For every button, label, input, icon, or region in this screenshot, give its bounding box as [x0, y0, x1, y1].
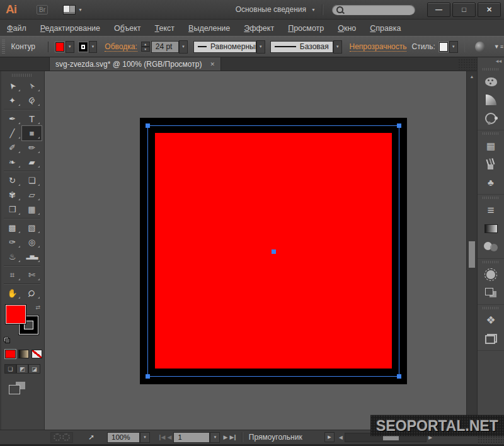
- panel-grip[interactable]: [483, 68, 499, 71]
- width-tool[interactable]: ✾: [3, 188, 22, 202]
- color-button[interactable]: [5, 350, 16, 358]
- free-transform-tool[interactable]: ▱: [22, 188, 42, 202]
- artboard-number-field[interactable]: 1: [173, 432, 210, 443]
- symbol-sprayer-tool[interactable]: ♨: [3, 249, 22, 264]
- eyedropper-tool[interactable]: ✑: [3, 235, 22, 249]
- draw-inside-button[interactable]: ◪: [28, 364, 40, 374]
- appearance-panel-button[interactable]: [478, 265, 504, 283]
- none-button[interactable]: [32, 350, 42, 358]
- selection-center-point[interactable]: [272, 249, 276, 254]
- color-panel-button[interactable]: [478, 72, 504, 91]
- first-artboard-button[interactable]: ❙◀: [158, 434, 164, 440]
- menu-type[interactable]: Текст: [148, 24, 181, 33]
- last-artboard-button[interactable]: ▶❙: [229, 434, 236, 440]
- stroke-weight-stepper[interactable]: ▲ ▼: [141, 42, 150, 52]
- direct-selection-tool[interactable]: ➢: [22, 79, 42, 93]
- opacity-link[interactable]: Непрозрачность: [350, 42, 407, 52]
- color-guide-panel-button[interactable]: [478, 91, 504, 109]
- artboard-number-dropdown[interactable]: ▼: [210, 432, 220, 443]
- panel-grip[interactable]: [483, 261, 499, 263]
- share-icon[interactable]: ➚: [88, 433, 94, 442]
- previous-artboard-button[interactable]: ◀: [168, 434, 171, 440]
- close-button[interactable]: ✕: [478, 3, 501, 17]
- brush-definition-select[interactable]: Базовая: [270, 41, 333, 53]
- hand-tool[interactable]: ✋: [3, 286, 22, 300]
- tab-close-icon[interactable]: ✕: [210, 61, 215, 67]
- menu-file[interactable]: Файл: [0, 24, 33, 33]
- gradient-panel-button[interactable]: [478, 219, 504, 237]
- draw-behind-button[interactable]: ◩: [16, 364, 28, 374]
- recolor-artwork-panel-button[interactable]: [478, 109, 504, 127]
- scroll-up-icon[interactable]: ▲: [467, 74, 477, 79]
- swap-fill-stroke-icon[interactable]: ⇄: [35, 304, 40, 311]
- aperture-icon[interactable]: [475, 42, 484, 52]
- vertical-scrollbar[interactable]: ▲ ▼: [466, 71, 477, 430]
- selection-handle-top-right[interactable]: [397, 123, 401, 128]
- stroke-weight-field[interactable]: 24 pt: [151, 41, 179, 53]
- rectangle-tool[interactable]: ■: [22, 126, 42, 140]
- paintbrush-tool[interactable]: ✐: [3, 140, 22, 155]
- transparency-panel-button[interactable]: [478, 237, 504, 256]
- fill-color-swatch[interactable]: [55, 42, 64, 52]
- panel-grip[interactable]: [483, 307, 499, 309]
- menu-effect[interactable]: Эффект: [237, 24, 281, 33]
- fill-indicator-swatch[interactable]: [5, 304, 26, 324]
- workspace-switcher[interactable]: Основные сведения ▼: [236, 5, 316, 14]
- gradient-tool[interactable]: ▧: [22, 220, 42, 235]
- selection-tool[interactable]: ➤: [3, 79, 22, 93]
- panel-menu-icon[interactable]: ▼≡: [494, 43, 504, 50]
- draw-normal-button[interactable]: ❏: [4, 364, 16, 374]
- panel-grip[interactable]: [12, 74, 32, 77]
- lasso-tool[interactable]: Ҩ: [22, 93, 42, 108]
- canvas[interactable]: [45, 71, 466, 430]
- layers-panel-button[interactable]: ❖: [478, 311, 504, 329]
- magic-wand-tool[interactable]: ✦: [3, 93, 22, 108]
- brush-definition-dropdown[interactable]: ▼: [333, 40, 342, 54]
- mesh-tool[interactable]: ▩: [3, 220, 22, 235]
- selection-handle-bottom-right[interactable]: [397, 374, 401, 379]
- blob-brush-tool[interactable]: ❧: [3, 155, 22, 169]
- scroll-left-icon[interactable]: ◀: [337, 435, 345, 440]
- status-flyout-button[interactable]: ▶: [324, 432, 335, 442]
- symbols-panel-button[interactable]: ♣: [478, 173, 504, 192]
- eraser-tool[interactable]: ▰: [22, 155, 42, 169]
- perspective-grid-tool[interactable]: ▦: [22, 202, 42, 217]
- selection-handle-bottom-left[interactable]: [146, 374, 150, 379]
- pen-tool[interactable]: ✒: [3, 112, 22, 126]
- scale-tool[interactable]: ❏: [22, 173, 42, 188]
- column-graph-tool[interactable]: ▂▅▃: [22, 249, 42, 264]
- panel-grip[interactable]: [483, 197, 499, 199]
- zoom-dropdown[interactable]: ▼: [140, 432, 150, 443]
- screen-mode-button[interactable]: [9, 382, 25, 394]
- slice-tool[interactable]: ✄: [22, 268, 42, 282]
- stroke-weight-dropdown[interactable]: ▼: [179, 40, 188, 54]
- zoom-tool[interactable]: Ϙ: [22, 286, 42, 300]
- menu-help[interactable]: Справка: [363, 24, 408, 33]
- next-artboard-button[interactable]: ▶: [223, 434, 226, 440]
- pencil-tool[interactable]: ✏: [22, 140, 42, 155]
- selection-handle-top-left[interactable]: [146, 123, 150, 128]
- menu-window[interactable]: Окно: [331, 24, 363, 33]
- stroke-color-swatch[interactable]: [79, 42, 88, 52]
- menu-view[interactable]: Просмотр: [281, 24, 331, 33]
- search-input[interactable]: [332, 4, 415, 15]
- artboards-panel-button[interactable]: [478, 329, 504, 348]
- panel-grip[interactable]: [483, 132, 499, 135]
- minimize-button[interactable]: —: [427, 3, 450, 17]
- menu-object[interactable]: Объект: [107, 24, 148, 33]
- stroke-weight-link[interactable]: Обводка:: [105, 42, 137, 52]
- vertical-scroll-thumb[interactable]: [469, 241, 475, 268]
- width-profile-dropdown[interactable]: ▼: [256, 40, 265, 54]
- menu-edit[interactable]: Редактирование: [33, 24, 107, 33]
- panel-grip[interactable]: [2, 40, 5, 54]
- shape-builder-tool[interactable]: ❒: [3, 202, 22, 217]
- stroke-panel-button[interactable]: ≡: [478, 201, 504, 219]
- gradient-button[interactable]: [18, 350, 29, 358]
- type-tool[interactable]: T: [22, 112, 42, 126]
- menu-select[interactable]: Выделение: [181, 24, 237, 33]
- rotate-tool[interactable]: ↻: [3, 173, 22, 188]
- style-dropdown[interactable]: ▼: [449, 41, 458, 53]
- stroke-color-dropdown[interactable]: ▼: [89, 41, 98, 53]
- blend-tool[interactable]: ◎: [22, 235, 42, 249]
- maximize-button[interactable]: □: [452, 3, 476, 17]
